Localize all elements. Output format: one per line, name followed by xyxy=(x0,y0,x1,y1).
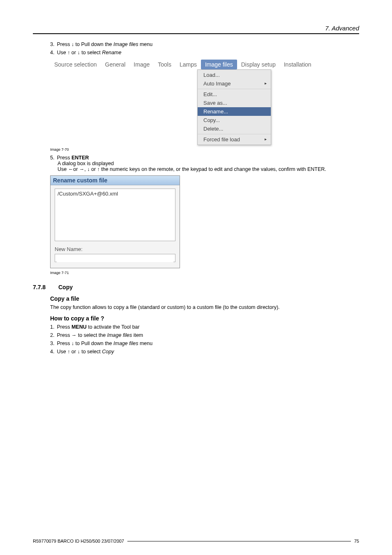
step-3: 3.Press ↓ to Pull down the Image files m… xyxy=(50,41,359,47)
step-5-subtext-2: Use ←or →, ↓ or ↑ the numeric keys on th… xyxy=(58,166,359,172)
steps-bottom: 1.Press MENU to activate the Tool bar 2.… xyxy=(50,324,359,355)
subheading-how-to-copy: How to copy a file ? xyxy=(50,315,359,322)
copy-step-1: 1.Press MENU to activate the Tool bar xyxy=(50,324,359,330)
menu-edit[interactable]: Edit... xyxy=(198,90,271,99)
section-number: 7.7.8 xyxy=(33,284,58,290)
copy-description: The copy function allows to copy a file … xyxy=(50,304,359,310)
dropdown-group-2: Edit... Save as... Rename... Copy... Del… xyxy=(198,89,271,134)
copy-step-2: 2.Press → to select the Image files item xyxy=(50,332,359,338)
page-number: 75 xyxy=(354,539,359,543)
section-title: Copy xyxy=(58,284,73,290)
chapter-header: 7. Advanced xyxy=(33,25,359,34)
dialog-body: /Custom/SXGA+@60.xml New Name: xyxy=(51,185,180,268)
file-listbox[interactable]: /Custom/SXGA+@60.xml xyxy=(55,189,175,241)
subheading-copy-a-file: Copy a file xyxy=(50,295,359,302)
menu-bar: Source selection General Image Tools Lam… xyxy=(50,60,359,69)
copy-step-4: 4.Use ↑ or ↓ to select Copy xyxy=(50,349,359,355)
menu-forced-file-load[interactable]: Forced file load▸ xyxy=(198,135,271,144)
page-footer: R59770079 BARCO ID H250/500 23/07/2007 7… xyxy=(33,539,359,543)
section-heading-row: 7.7.8 Copy xyxy=(33,284,359,290)
menu-copy[interactable]: Copy... xyxy=(198,116,271,124)
submenu-arrow-icon: ▸ xyxy=(265,81,267,85)
tab-image[interactable]: Image xyxy=(129,60,154,69)
step-4: 4.Use ↑ or ↓ to select Rename xyxy=(50,50,359,55)
new-name-input-wrap xyxy=(55,254,175,262)
dropdown-group-1: Load... Auto Image▸ xyxy=(198,70,271,89)
submenu-arrow-icon: ▸ xyxy=(265,137,267,141)
tab-installation[interactable]: Installation xyxy=(280,60,316,69)
menu-save-as[interactable]: Save as... xyxy=(198,99,271,107)
dialog-title: Rename custom file xyxy=(51,176,180,185)
step-5: 5.Press ENTER A dialog box is displayed … xyxy=(50,155,359,172)
tab-source-selection[interactable]: Source selection xyxy=(50,60,101,69)
tab-display-setup[interactable]: Display setup xyxy=(237,60,280,69)
dropdown-menu: Load... Auto Image▸ Edit... Save as... R… xyxy=(197,69,271,145)
menu-load[interactable]: Load... xyxy=(198,71,271,79)
menu-rename[interactable]: Rename... xyxy=(198,107,271,116)
new-name-label: New Name: xyxy=(55,246,175,252)
rename-dialog: Rename custom file /Custom/SXGA+@60.xml … xyxy=(50,175,180,268)
menu-auto-image[interactable]: Auto Image▸ xyxy=(198,79,271,88)
menu-delete[interactable]: Delete... xyxy=(198,124,271,133)
step-5-subtext-1: A dialog box is displayed xyxy=(58,161,359,166)
dropdown-group-3: Forced file load▸ xyxy=(198,134,271,145)
footer-doc-id: R59770079 BARCO ID H250/500 23/07/2007 xyxy=(33,539,124,543)
copy-step-3: 3.Press ↓ to Pull down the Image files m… xyxy=(50,341,359,346)
image-caption-1: Image 7-70 xyxy=(50,147,359,152)
step-5-block: 5.Press ENTER A dialog box is displayed … xyxy=(50,155,359,172)
tab-image-files[interactable]: Image files xyxy=(201,60,237,69)
file-item[interactable]: /Custom/SXGA+@60.xml xyxy=(58,191,173,197)
steps-top: 3.Press ↓ to Pull down the Image files m… xyxy=(50,41,359,55)
section-body: Copy a file The copy function allows to … xyxy=(50,295,359,355)
tab-lamps[interactable]: Lamps xyxy=(175,60,201,69)
image-caption-2: Image 7-71 xyxy=(50,271,359,275)
tab-tools[interactable]: Tools xyxy=(154,60,175,69)
content-body: 3.Press ↓ to Pull down the Image files m… xyxy=(50,41,359,275)
new-name-input[interactable] xyxy=(57,255,173,262)
tab-general[interactable]: General xyxy=(101,60,130,69)
footer-rule xyxy=(127,541,351,541)
